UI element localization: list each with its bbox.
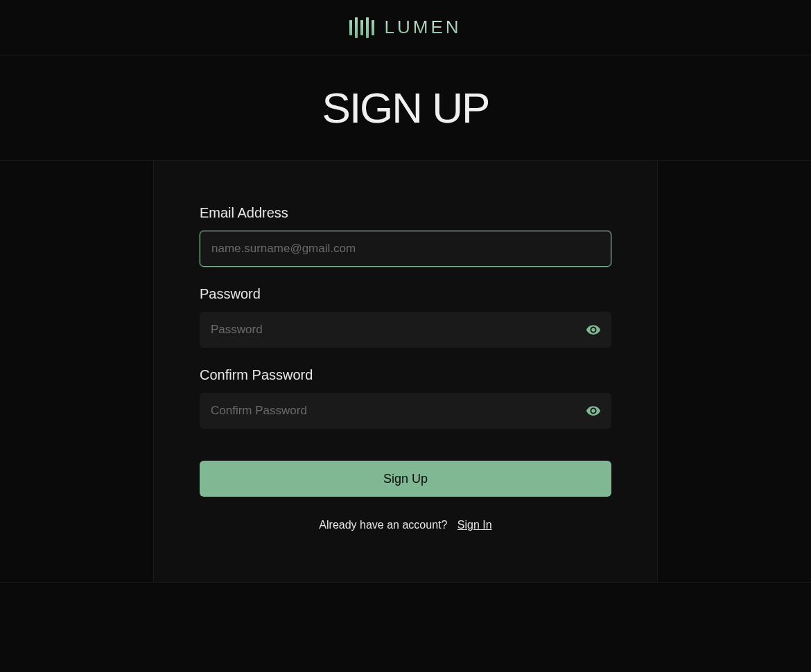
email-group: Email Address bbox=[200, 205, 611, 267]
confirm-password-input-wrapper bbox=[200, 393, 611, 429]
page-title: SIGN UP bbox=[322, 83, 489, 132]
signin-prompt-text: Already have an account? bbox=[319, 519, 447, 531]
confirm-password-label: Confirm Password bbox=[200, 367, 611, 383]
signin-link[interactable]: Sign In bbox=[457, 519, 492, 531]
brand-name: LUMEN bbox=[384, 17, 461, 38]
eye-icon bbox=[586, 322, 601, 337]
email-field[interactable] bbox=[200, 231, 611, 267]
toggle-confirm-password-visibility-button[interactable] bbox=[585, 403, 602, 419]
signup-form-card: Email Address Password Confirm Password bbox=[153, 161, 658, 582]
header: LUMEN bbox=[0, 0, 811, 55]
confirm-password-field[interactable] bbox=[200, 393, 611, 429]
form-section: Email Address Password Confirm Password bbox=[0, 161, 811, 582]
title-section: SIGN UP bbox=[0, 55, 811, 161]
signin-prompt: Already have an account? Sign In bbox=[200, 519, 611, 531]
password-input-wrapper bbox=[200, 312, 611, 348]
bottom-divider bbox=[0, 582, 811, 583]
toggle-password-visibility-button[interactable] bbox=[585, 321, 602, 338]
password-label: Password bbox=[200, 286, 611, 302]
confirm-password-group: Confirm Password bbox=[200, 367, 611, 429]
email-input-wrapper bbox=[200, 231, 611, 267]
eye-icon bbox=[586, 403, 601, 418]
password-field[interactable] bbox=[200, 312, 611, 348]
email-label: Email Address bbox=[200, 205, 611, 221]
signup-button[interactable]: Sign Up bbox=[200, 461, 611, 497]
password-group: Password bbox=[200, 286, 611, 348]
logo-bars-icon bbox=[349, 16, 374, 39]
brand-logo: LUMEN bbox=[349, 16, 461, 39]
